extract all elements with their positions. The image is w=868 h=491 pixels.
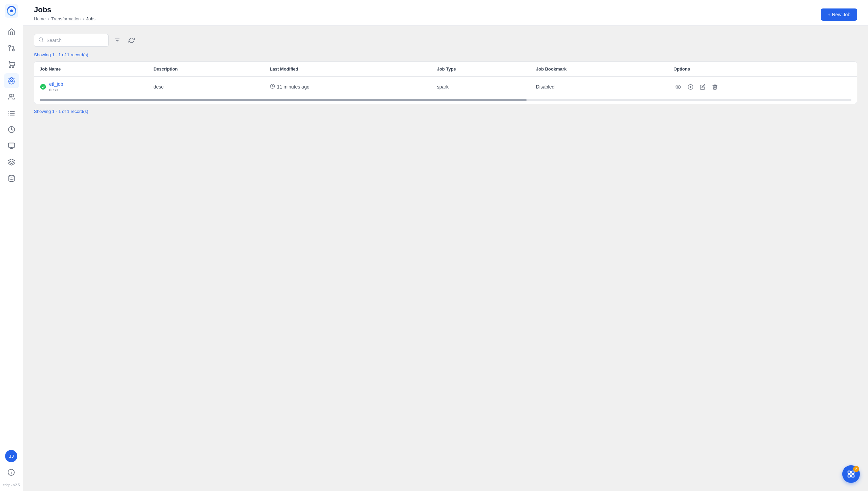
col-description: Description xyxy=(148,62,264,77)
svg-rect-35 xyxy=(848,471,850,473)
sidebar-item-group[interactable] xyxy=(4,57,19,72)
svg-point-1 xyxy=(10,9,13,12)
sidebar-item-settings[interactable] xyxy=(4,73,19,88)
svg-point-6 xyxy=(9,66,11,68)
svg-point-29 xyxy=(40,84,46,90)
sidebar-item-connections[interactable] xyxy=(4,106,19,121)
breadcrumb-transformation[interactable]: Transformation xyxy=(51,16,81,21)
last-modified-text: 11 minutes ago xyxy=(277,84,310,90)
job-type-cell: spark xyxy=(432,77,531,97)
job-name-cell: etl_job desc xyxy=(34,77,148,97)
job-name-subdesc: desc xyxy=(49,87,63,92)
sidebar-item-users[interactable] xyxy=(4,90,19,104)
breadcrumb-current: Jobs xyxy=(86,16,95,21)
view-button[interactable] xyxy=(673,82,683,92)
job-name-text[interactable]: etl_job xyxy=(49,81,63,87)
float-button-badge: 2 xyxy=(853,466,859,472)
svg-marker-19 xyxy=(8,159,14,162)
jobs-table: Job Name Description Last Modified Job T… xyxy=(34,62,857,97)
records-count-top: Showing 1 - 1 of 1 record(s) xyxy=(34,52,857,57)
job-last-modified-cell: 11 minutes ago xyxy=(264,77,432,97)
sidebar-item-storage[interactable] xyxy=(4,171,19,186)
col-last-modified: Last Modified xyxy=(264,62,432,77)
col-options: Options xyxy=(668,62,857,77)
svg-point-31 xyxy=(677,86,679,87)
new-job-button[interactable]: + New Job xyxy=(821,8,857,21)
breadcrumb-sep-2: › xyxy=(83,16,84,21)
search-bar xyxy=(34,34,857,47)
copy-button[interactable] xyxy=(686,82,695,92)
sidebar-bottom: JJ cdap - v2.5 xyxy=(3,447,20,487)
sidebar-item-analytics[interactable] xyxy=(4,138,19,153)
svg-rect-16 xyxy=(8,143,14,148)
svg-rect-36 xyxy=(852,471,854,473)
filter-button[interactable] xyxy=(112,35,123,46)
sidebar-item-layers[interactable] xyxy=(4,155,19,170)
edit-button[interactable] xyxy=(698,82,707,92)
page-title: Jobs xyxy=(34,5,96,14)
search-input-wrapper[interactable] xyxy=(34,34,108,47)
job-options-cell xyxy=(668,77,857,97)
float-chat-button[interactable]: 2 xyxy=(842,465,860,483)
svg-rect-38 xyxy=(852,475,854,477)
table-row: etl_job desc desc 11 minutes xyxy=(34,77,857,97)
search-input[interactable] xyxy=(46,38,104,43)
sidebar-nav xyxy=(4,24,19,447)
col-job-type: Job Type xyxy=(432,62,531,77)
clock-icon xyxy=(270,84,275,90)
col-job-bookmark: Job Bookmark xyxy=(531,62,668,77)
job-status-icon xyxy=(40,83,46,90)
sidebar-item-transform[interactable] xyxy=(4,41,19,56)
job-bookmark-cell: Disabled xyxy=(531,77,668,97)
col-job-name: Job Name xyxy=(34,62,148,77)
table-scrollbar[interactable] xyxy=(34,97,857,104)
jobs-table-container: Job Name Description Last Modified Job T… xyxy=(34,61,857,104)
sidebar-item-clock[interactable] xyxy=(4,122,19,137)
sidebar: JJ cdap - v2.5 xyxy=(0,0,23,491)
header-left: Jobs Home › Transformation › Jobs xyxy=(34,5,96,25)
svg-point-8 xyxy=(9,94,12,97)
svg-point-7 xyxy=(11,80,13,82)
svg-point-5 xyxy=(12,66,14,68)
top-header: Jobs Home › Transformation › Jobs + New … xyxy=(23,0,868,26)
content-area: Showing 1 - 1 of 1 record(s) Job Name De… xyxy=(23,26,868,491)
breadcrumb-sep-1: › xyxy=(48,16,49,21)
search-icon xyxy=(38,37,44,44)
records-count-bottom: Showing 1 - 1 of 1 record(s) xyxy=(34,109,857,114)
delete-button[interactable] xyxy=(710,82,719,92)
version-label: cdap - v2.5 xyxy=(3,483,20,487)
sidebar-item-info[interactable] xyxy=(4,465,19,480)
breadcrumb-home[interactable]: Home xyxy=(34,16,46,21)
refresh-button[interactable] xyxy=(126,35,137,46)
main-content: Jobs Home › Transformation › Jobs + New … xyxy=(23,0,868,491)
user-avatar[interactable]: JJ xyxy=(5,450,17,462)
job-description-cell: desc xyxy=(148,77,264,97)
svg-point-20 xyxy=(8,175,14,177)
svg-line-25 xyxy=(42,41,43,42)
svg-rect-37 xyxy=(848,475,850,477)
breadcrumb: Home › Transformation › Jobs xyxy=(34,16,96,21)
app-logo[interactable] xyxy=(5,4,18,18)
sidebar-item-home[interactable] xyxy=(4,24,19,39)
